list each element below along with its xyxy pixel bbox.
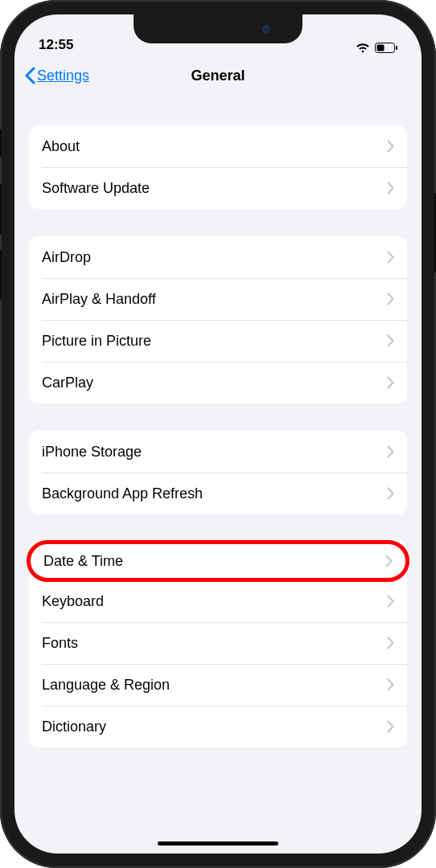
row-label: Keyboard	[42, 593, 104, 610]
row-carplay[interactable]: CarPlay	[29, 362, 407, 403]
phone-frame: 12:55 Settings General AboutSoftware Upd…	[0, 0, 436, 868]
row-picture-in-picture[interactable]: Picture in Picture	[29, 320, 407, 362]
battery-icon	[375, 43, 397, 53]
row-language-region[interactable]: Language & Region	[29, 664, 407, 706]
settings-group: AirDropAirPlay & HandoffPicture in Pictu…	[29, 236, 407, 403]
row-label: CarPlay	[42, 375, 93, 391]
settings-group: Date & TimeKeyboardFontsLanguage & Regio…	[29, 540, 407, 747]
row-label: Picture in Picture	[42, 333, 151, 350]
volume-up-button	[0, 183, 2, 235]
back-label: Settings	[37, 68, 89, 84]
row-label: Fonts	[42, 635, 78, 652]
notch	[134, 14, 302, 43]
row-label: iPhone Storage	[42, 444, 142, 461]
phone-screen: 12:55 Settings General AboutSoftware Upd…	[14, 14, 422, 854]
row-label: AirDrop	[42, 249, 91, 266]
wifi-icon	[356, 43, 370, 53]
row-label: AirPlay & Handoff	[42, 291, 156, 308]
row-label: About	[42, 138, 80, 155]
volume-down-button	[0, 249, 2, 301]
row-airdrop[interactable]: AirDrop	[29, 236, 407, 278]
status-indicators	[356, 43, 397, 53]
row-label: Dictionary	[42, 719, 106, 735]
row-label: Background App Refresh	[42, 485, 203, 502]
row-label: Software Update	[42, 180, 150, 197]
settings-list[interactable]: AboutSoftware UpdateAirDropAirPlay & Han…	[14, 96, 422, 833]
svg-rect-1	[377, 45, 385, 51]
chevron-left-icon	[24, 67, 35, 84]
back-button[interactable]: Settings	[24, 67, 89, 84]
row-keyboard[interactable]: Keyboard	[29, 580, 407, 622]
row-label: Date & Time	[43, 553, 123, 570]
mute-switch	[0, 129, 2, 158]
row-dictionary[interactable]: Dictionary	[29, 706, 407, 747]
row-label: Language & Region	[42, 677, 170, 694]
nav-bar: Settings General	[14, 55, 422, 96]
home-indicator[interactable]	[158, 841, 278, 845]
row-iphone-storage[interactable]: iPhone Storage	[29, 431, 407, 473]
row-software-update[interactable]: Software Update	[29, 167, 407, 209]
settings-group: AboutSoftware Update	[29, 125, 407, 209]
row-airplay-handoff[interactable]: AirPlay & Handoff	[29, 278, 407, 320]
row-fonts[interactable]: Fonts	[29, 622, 407, 664]
front-camera	[262, 25, 270, 33]
row-about[interactable]: About	[29, 125, 407, 167]
row-date-time[interactable]: Date & Time	[27, 540, 409, 582]
svg-rect-2	[396, 46, 397, 50]
settings-group: iPhone StorageBackground App Refresh	[29, 431, 407, 514]
status-time: 12:55	[39, 37, 73, 53]
row-background-app-refresh[interactable]: Background App Refresh	[29, 473, 407, 514]
